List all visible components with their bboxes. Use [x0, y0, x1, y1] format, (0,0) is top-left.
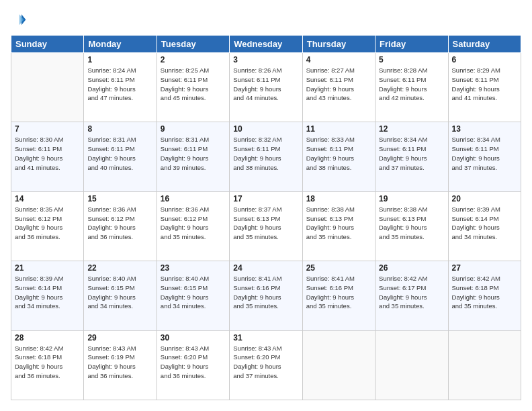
day-cell: 14Sunrise: 8:35 AMSunset: 6:12 PMDayligh… — [11, 191, 84, 261]
day-info: Sunrise: 8:25 AMSunset: 6:11 PMDaylight:… — [161, 66, 226, 103]
day-number: 28 — [15, 333, 80, 342]
day-cell: 21Sunrise: 8:39 AMSunset: 6:14 PMDayligh… — [11, 261, 84, 330]
day-number: 2 — [161, 55, 226, 64]
day-info: Sunrise: 8:40 AMSunset: 6:15 PMDaylight:… — [87, 274, 152, 311]
day-info: Sunrise: 8:31 AMSunset: 6:11 PMDaylight:… — [87, 135, 152, 172]
day-number: 12 — [379, 124, 444, 134]
day-cell: 4Sunrise: 8:27 AMSunset: 6:11 PMDaylight… — [302, 53, 375, 122]
day-info: Sunrise: 8:36 AMSunset: 6:12 PMDaylight:… — [161, 205, 226, 242]
day-cell: 30Sunrise: 8:43 AMSunset: 6:20 PMDayligh… — [157, 330, 229, 400]
day-number: 25 — [306, 263, 371, 273]
day-number: 11 — [306, 124, 371, 134]
day-cell: 10Sunrise: 8:32 AMSunset: 6:11 PMDayligh… — [230, 122, 302, 191]
day-info: Sunrise: 8:41 AMSunset: 6:16 PMDaylight:… — [306, 274, 371, 311]
col-header-thursday: Thursday — [302, 36, 375, 53]
day-info: Sunrise: 8:42 AMSunset: 6:17 PMDaylight:… — [379, 274, 444, 311]
day-cell: 24Sunrise: 8:41 AMSunset: 6:16 PMDayligh… — [230, 261, 302, 330]
logo — [11, 11, 30, 28]
day-number: 19 — [379, 194, 444, 203]
day-number: 20 — [452, 194, 517, 203]
col-header-wednesday: Wednesday — [230, 36, 302, 53]
day-number: 16 — [161, 194, 226, 203]
day-info: Sunrise: 8:24 AMSunset: 6:11 PMDaylight:… — [87, 66, 152, 103]
day-number: 24 — [233, 263, 298, 273]
day-cell: 12Sunrise: 8:34 AMSunset: 6:11 PMDayligh… — [375, 122, 448, 191]
week-row-1: 1Sunrise: 8:24 AMSunset: 6:11 PMDaylight… — [11, 53, 521, 122]
day-cell: 15Sunrise: 8:36 AMSunset: 6:12 PMDayligh… — [84, 191, 157, 261]
day-cell: 25Sunrise: 8:41 AMSunset: 6:16 PMDayligh… — [302, 261, 375, 330]
day-cell: 6Sunrise: 8:29 AMSunset: 6:11 PMDaylight… — [448, 53, 521, 122]
day-cell: 7Sunrise: 8:30 AMSunset: 6:11 PMDaylight… — [11, 122, 84, 191]
day-info: Sunrise: 8:41 AMSunset: 6:16 PMDaylight:… — [233, 274, 298, 311]
week-row-5: 28Sunrise: 8:42 AMSunset: 6:18 PMDayligh… — [11, 330, 521, 400]
day-number: 27 — [452, 263, 517, 273]
day-number: 13 — [452, 124, 517, 134]
day-cell: 27Sunrise: 8:42 AMSunset: 6:18 PMDayligh… — [448, 261, 521, 330]
day-info: Sunrise: 8:43 AMSunset: 6:20 PMDaylight:… — [161, 344, 226, 381]
day-cell: 9Sunrise: 8:31 AMSunset: 6:11 PMDaylight… — [157, 122, 229, 191]
week-row-3: 14Sunrise: 8:35 AMSunset: 6:12 PMDayligh… — [11, 191, 521, 261]
day-info: Sunrise: 8:30 AMSunset: 6:11 PMDaylight:… — [15, 135, 80, 172]
day-cell — [375, 330, 448, 400]
day-number: 30 — [161, 333, 226, 342]
day-info: Sunrise: 8:38 AMSunset: 6:13 PMDaylight:… — [306, 205, 371, 242]
day-cell: 3Sunrise: 8:26 AMSunset: 6:11 PMDaylight… — [230, 53, 302, 122]
col-header-sunday: Sunday — [11, 36, 84, 53]
day-cell: 26Sunrise: 8:42 AMSunset: 6:17 PMDayligh… — [375, 261, 448, 330]
day-number: 6 — [452, 55, 517, 64]
day-cell: 31Sunrise: 8:43 AMSunset: 6:20 PMDayligh… — [230, 330, 302, 400]
day-cell: 5Sunrise: 8:28 AMSunset: 6:11 PMDaylight… — [375, 53, 448, 122]
day-cell — [448, 330, 521, 400]
day-number: 10 — [233, 124, 298, 134]
day-number: 8 — [87, 124, 152, 134]
day-number: 9 — [161, 124, 226, 134]
day-cell: 20Sunrise: 8:39 AMSunset: 6:14 PMDayligh… — [448, 191, 521, 261]
day-cell: 23Sunrise: 8:40 AMSunset: 6:15 PMDayligh… — [157, 261, 229, 330]
day-cell: 1Sunrise: 8:24 AMSunset: 6:11 PMDaylight… — [84, 53, 157, 122]
day-cell: 17Sunrise: 8:37 AMSunset: 6:13 PMDayligh… — [230, 191, 302, 261]
day-number: 31 — [233, 333, 298, 342]
day-number: 15 — [87, 194, 152, 203]
day-number: 14 — [15, 194, 80, 203]
week-row-4: 21Sunrise: 8:39 AMSunset: 6:14 PMDayligh… — [11, 261, 521, 330]
day-number: 26 — [379, 263, 444, 273]
logo-icon — [11, 12, 27, 28]
day-cell: 28Sunrise: 8:42 AMSunset: 6:18 PMDayligh… — [11, 330, 84, 400]
day-cell: 16Sunrise: 8:36 AMSunset: 6:12 PMDayligh… — [157, 191, 229, 261]
day-info: Sunrise: 8:42 AMSunset: 6:18 PMDaylight:… — [452, 274, 517, 311]
day-cell: 2Sunrise: 8:25 AMSunset: 6:11 PMDaylight… — [157, 53, 229, 122]
day-info: Sunrise: 8:36 AMSunset: 6:12 PMDaylight:… — [87, 205, 152, 242]
day-number: 4 — [306, 55, 371, 64]
day-cell: 13Sunrise: 8:34 AMSunset: 6:11 PMDayligh… — [448, 122, 521, 191]
day-info: Sunrise: 8:43 AMSunset: 6:19 PMDaylight:… — [87, 344, 152, 381]
day-cell: 29Sunrise: 8:43 AMSunset: 6:19 PMDayligh… — [84, 330, 157, 400]
day-number: 22 — [87, 263, 152, 273]
day-number: 17 — [233, 194, 298, 203]
day-cell: 19Sunrise: 8:38 AMSunset: 6:13 PMDayligh… — [375, 191, 448, 261]
col-header-friday: Friday — [375, 36, 448, 53]
day-cell: 8Sunrise: 8:31 AMSunset: 6:11 PMDaylight… — [84, 122, 157, 191]
col-header-saturday: Saturday — [448, 36, 521, 53]
day-info: Sunrise: 8:40 AMSunset: 6:15 PMDaylight:… — [161, 274, 226, 311]
week-row-2: 7Sunrise: 8:30 AMSunset: 6:11 PMDaylight… — [11, 122, 521, 191]
day-number: 29 — [87, 333, 152, 342]
day-info: Sunrise: 8:39 AMSunset: 6:14 PMDaylight:… — [452, 205, 517, 242]
day-info: Sunrise: 8:29 AMSunset: 6:11 PMDaylight:… — [452, 66, 517, 103]
day-info: Sunrise: 8:42 AMSunset: 6:18 PMDaylight:… — [15, 344, 80, 381]
day-cell: 11Sunrise: 8:33 AMSunset: 6:11 PMDayligh… — [302, 122, 375, 191]
day-info: Sunrise: 8:43 AMSunset: 6:20 PMDaylight:… — [233, 344, 298, 381]
day-cell: 22Sunrise: 8:40 AMSunset: 6:15 PMDayligh… — [84, 261, 157, 330]
day-info: Sunrise: 8:27 AMSunset: 6:11 PMDaylight:… — [306, 66, 371, 103]
day-number: 5 — [379, 55, 444, 64]
col-header-tuesday: Tuesday — [157, 36, 229, 53]
day-info: Sunrise: 8:37 AMSunset: 6:13 PMDaylight:… — [233, 205, 298, 242]
day-info: Sunrise: 8:26 AMSunset: 6:11 PMDaylight:… — [233, 66, 298, 103]
day-info: Sunrise: 8:28 AMSunset: 6:11 PMDaylight:… — [379, 66, 444, 103]
calendar-header-row: SundayMondayTuesdayWednesdayThursdayFrid… — [11, 36, 521, 53]
day-number: 21 — [15, 263, 80, 273]
day-number: 1 — [87, 55, 152, 64]
day-info: Sunrise: 8:35 AMSunset: 6:12 PMDaylight:… — [15, 205, 80, 242]
day-number: 3 — [233, 55, 298, 64]
day-info: Sunrise: 8:34 AMSunset: 6:11 PMDaylight:… — [379, 135, 444, 172]
day-number: 23 — [161, 263, 226, 273]
